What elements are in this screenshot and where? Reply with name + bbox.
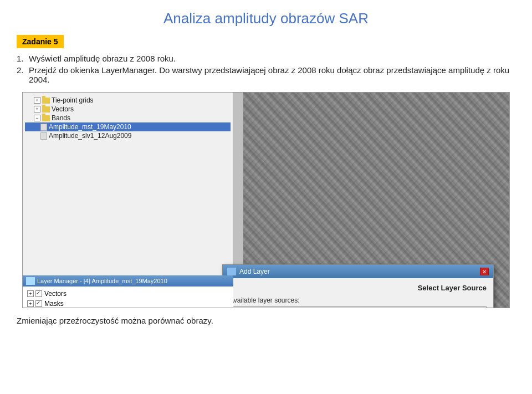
tree-item-vectors[interactable]: + Vectors xyxy=(25,105,231,114)
dialog-title-left: Add Layer xyxy=(227,268,270,275)
layer-manager-icon xyxy=(26,277,35,285)
instruction-list: 1. Wyświetl amplitudę obrazu z 2008 roku… xyxy=(17,54,515,84)
dialog-body: Select Layer Source Available layer sour… xyxy=(223,278,493,308)
expand-icon-tpg[interactable]: + xyxy=(34,97,40,104)
tree-item-amp-2010[interactable]: Amplitude_mst_19May2010 xyxy=(25,122,231,131)
folder-icon-tpg xyxy=(42,98,50,104)
file-icon-amp2009 xyxy=(40,132,47,140)
cb-vectors[interactable] xyxy=(35,290,42,297)
zadanie-badge: Zadanie 5 xyxy=(17,35,64,48)
instruction-1-num: 1. xyxy=(17,54,29,63)
cb-masks[interactable] xyxy=(35,300,42,307)
layer-manager: Layer Manager - [4] Amplitude_mst_19May2… xyxy=(23,275,233,308)
dialog-title-text: Add Layer xyxy=(239,268,270,275)
tree-label-amp2010: Amplitude_mst_19May2010 xyxy=(49,123,131,131)
instruction-2-text: Przejdź do okienka LayerManager. Do wars… xyxy=(29,65,515,84)
page-title: Analiza amplitudy obrazów SAR xyxy=(17,10,515,27)
expand-lm-vectors[interactable]: + xyxy=(27,290,34,297)
source-item-esri[interactable]: ESRI Shapefile xyxy=(230,307,486,308)
dialog-section-header: Select Layer Source xyxy=(229,284,487,292)
screenshot-area: + Tie-point grids + Vectors − Bands Ampl… xyxy=(22,92,510,308)
close-button[interactable]: ✕ xyxy=(480,268,489,275)
tree-area: + Tie-point grids + Vectors − Bands Ampl… xyxy=(23,93,233,140)
folder-icon-vectors xyxy=(42,106,50,112)
layer-item-masks[interactable]: + Masks xyxy=(25,299,231,308)
layer-tree: + Vectors + Masks ● [4] Amplitude_mst_19… xyxy=(23,286,233,308)
instruction-1-text: Wyświetl amplitudę obrazu z 2008 roku. xyxy=(29,54,176,63)
dialog-titlebar: Add Layer ✕ xyxy=(223,265,493,278)
tree-label-vectors: Vectors xyxy=(52,105,74,113)
add-layer-dialog: Add Layer ✕ Select Layer Source Availabl… xyxy=(222,264,494,308)
tree-label-bands: Bands xyxy=(52,114,70,122)
layer-label-vectors: Vectors xyxy=(44,290,66,298)
dialog-icon xyxy=(227,268,236,275)
tree-item-amp-2009[interactable]: Amplitude_slv1_12Aug2009 xyxy=(25,131,231,140)
layer-label-masks: Masks xyxy=(44,300,64,308)
layer-manager-title: Layer Manager - [4] Amplitude_mst_19May2… xyxy=(37,278,167,284)
tree-item-bands[interactable]: − Bands xyxy=(25,114,231,122)
tree-item-tie-point-grids[interactable]: + Tie-point grids xyxy=(25,96,231,105)
layer-item-vectors[interactable]: + Vectors xyxy=(25,289,231,299)
layer-manager-header: Layer Manager - [4] Amplitude_mst_19May2… xyxy=(23,275,233,286)
instruction-2: 2. Przejdź do okienka LayerManager. Do w… xyxy=(17,65,515,84)
expand-icon-vectors[interactable]: + xyxy=(34,106,40,112)
instruction-1: 1. Wyświetl amplitudę obrazu z 2008 roku… xyxy=(17,54,515,63)
footer-text: Zmieniając przeźroczystość można porówna… xyxy=(17,316,515,325)
file-icon-amp2010 xyxy=(40,124,47,131)
available-label: Available layer sources: xyxy=(229,296,487,304)
tree-label-amp2009: Amplitude_slv1_12Aug2009 xyxy=(49,132,131,140)
expand-lm-masks[interactable]: + xyxy=(27,300,34,307)
instruction-2-num: 2. xyxy=(17,65,29,75)
page-container: Analiza amplitudy obrazów SAR Zadanie 5 … xyxy=(0,0,532,394)
tree-label-tpg: Tie-point grids xyxy=(52,96,94,104)
expand-icon-bands[interactable]: − xyxy=(34,115,40,121)
folder-icon-bands xyxy=(42,115,50,121)
layer-source-list: ESRI Shapefile Image from File Image fro… xyxy=(229,306,487,308)
